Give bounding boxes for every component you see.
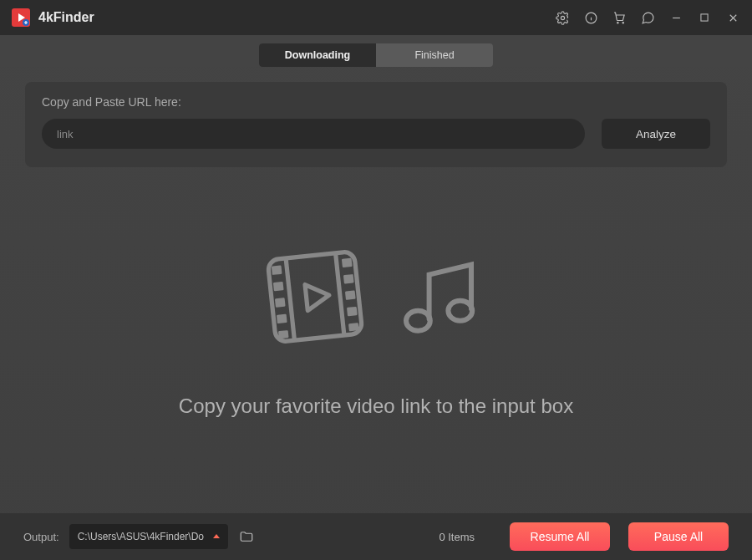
app-title: 4kFinder [38,10,94,25]
svg-rect-16 [272,265,282,275]
titlebar: 4kFinder [0,0,752,35]
svg-point-28 [448,301,472,321]
svg-point-27 [406,311,430,331]
segmented-tabs: Downloading Finished [259,43,493,67]
svg-point-3 [561,16,564,19]
url-input[interactable] [42,119,585,149]
bottombar: Output: C:\Users\ASUS\4kFinder\Do 0 Item… [0,513,752,560]
empty-message: Copy your favorite video link to the inp… [0,395,752,418]
settings-icon[interactable] [555,10,570,25]
output-path-text: C:\Users\ASUS\4kFinder\Do [78,531,204,542]
app-logo [12,8,30,27]
analyze-button[interactable]: Analyze [602,119,710,149]
svg-rect-20 [278,330,289,339]
svg-rect-19 [277,314,287,324]
film-icon [261,242,369,354]
svg-point-7 [617,22,617,23]
chat-icon[interactable] [640,10,655,25]
svg-rect-24 [347,307,358,317]
svg-rect-17 [273,282,284,292]
tab-downloading[interactable]: Downloading [259,43,376,67]
url-label: Copy and Paste URL here: [42,95,710,109]
items-count: 0 Items [439,531,475,543]
empty-state: Copy your favorite video link to the inp… [0,242,752,418]
open-folder-button[interactable] [238,528,255,545]
titlebar-controls [555,10,740,25]
maximize-icon[interactable] [697,10,712,25]
music-icon [391,247,491,350]
svg-rect-21 [342,258,353,268]
close-icon[interactable] [725,10,740,25]
svg-line-14 [286,258,294,340]
svg-rect-18 [275,298,286,308]
resume-all-button[interactable]: Resume All [510,522,610,551]
svg-rect-25 [348,323,359,331]
svg-point-8 [622,22,623,23]
cart-icon[interactable] [612,10,627,25]
tab-finished[interactable]: Finished [376,43,493,67]
tabs-row: Downloading Finished [0,35,752,67]
output-label: Output: [23,531,59,543]
svg-rect-22 [343,274,354,284]
caret-up-icon [213,534,220,538]
svg-rect-10 [701,14,708,21]
info-icon[interactable] [583,10,598,25]
svg-rect-23 [345,290,356,300]
svg-marker-26 [305,283,330,311]
url-panel: Copy and Paste URL here: Analyze [25,82,727,167]
minimize-icon[interactable] [668,10,683,25]
output-path-dropdown[interactable]: C:\Users\ASUS\4kFinder\Do [69,524,228,549]
pause-all-button[interactable]: Pause All [628,522,729,551]
